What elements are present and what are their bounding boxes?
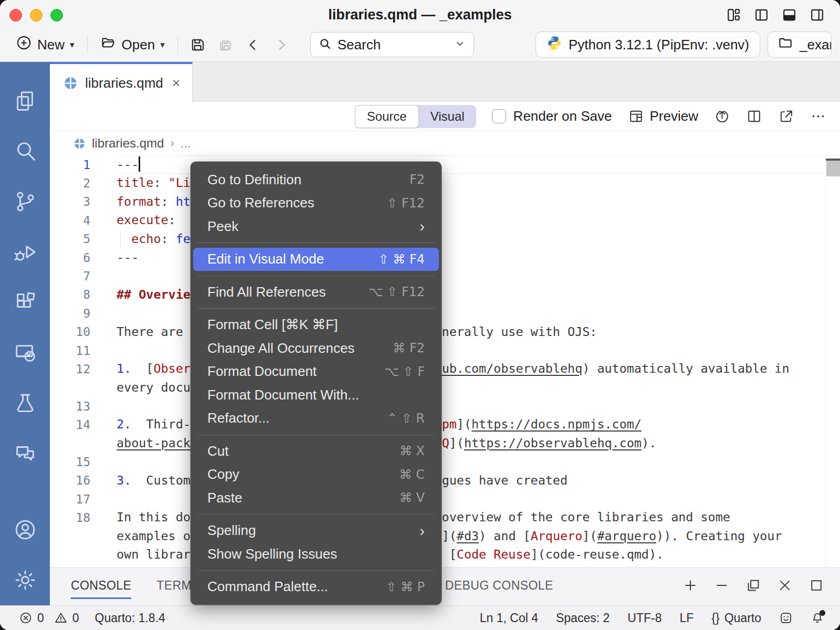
code-text[interactable]: ## Overview bbox=[117, 286, 198, 304]
menu-item-refactor[interactable]: Refactor...⌃ ⇧ R bbox=[193, 407, 439, 430]
submenu-chevron-icon: › bbox=[419, 523, 425, 539]
menu-item-go-to-definition[interactable]: Go to DefinitionF2 bbox=[193, 168, 439, 192]
customize-layout-icon[interactable] bbox=[726, 7, 742, 23]
menu-item-label: Spelling bbox=[207, 522, 419, 539]
menu-separator bbox=[198, 514, 434, 514]
menu-item-change-all-occurrences[interactable]: Change All Occurrences⌘ F2 bbox=[193, 337, 439, 360]
sidebar-item-source-control[interactable] bbox=[0, 176, 50, 227]
eol-status[interactable]: LF bbox=[679, 611, 694, 625]
menu-item-spelling[interactable]: Spelling› bbox=[193, 519, 439, 543]
notification-dot bbox=[820, 610, 825, 616]
feedback-smiley-icon[interactable] bbox=[779, 611, 793, 625]
new-label: New bbox=[37, 37, 65, 53]
panel-restore-icon[interactable] bbox=[746, 578, 761, 595]
open-in-new-window-icon[interactable] bbox=[778, 108, 794, 124]
navigate-back-button[interactable] bbox=[243, 35, 264, 55]
chat-icon bbox=[13, 442, 37, 466]
editor-scrollbar[interactable] bbox=[825, 155, 840, 567]
source-mode-button[interactable]: Source bbox=[355, 105, 419, 128]
code-text[interactable]: execute: bbox=[117, 211, 176, 229]
code-line: 11 bbox=[50, 341, 840, 360]
line-number: 10 bbox=[50, 325, 90, 339]
interpreter-selector[interactable]: Python 3.12.1 (PipEnv: .venv) bbox=[536, 32, 760, 58]
toolbar-divider bbox=[177, 36, 178, 54]
visual-mode-button[interactable]: Visual bbox=[419, 105, 476, 128]
breadcrumb-file[interactable]: libraries.qmd bbox=[92, 136, 164, 151]
render-on-save-checkbox[interactable] bbox=[492, 109, 506, 123]
source-control-icon bbox=[13, 190, 37, 214]
menu-shortcut: ⌘ X bbox=[400, 444, 425, 458]
text-cursor bbox=[139, 156, 140, 172]
code-line: examples of using third-party libraries … bbox=[50, 527, 840, 545]
activity-bar bbox=[0, 62, 50, 605]
menu-item-go-to-references[interactable]: Go to References⇧ F12 bbox=[193, 192, 439, 215]
panel-plus-icon[interactable] bbox=[682, 578, 698, 595]
menu-item-label: Show Spelling Issues bbox=[207, 546, 425, 562]
menu-item-format-cell-k-f[interactable]: Format Cell [⌘K ⌘F] bbox=[193, 313, 439, 337]
panel-tab-console[interactable]: CONSOLE bbox=[71, 579, 131, 594]
breadcrumb-more[interactable]: ... bbox=[181, 136, 191, 151]
preview-button[interactable]: Preview bbox=[628, 108, 698, 124]
code-line: 4execute: bbox=[50, 211, 840, 229]
sidebar-item-extensions[interactable] bbox=[0, 277, 50, 328]
sidebar-item-run-debug[interactable] bbox=[0, 227, 50, 277]
sidebar-item-testing[interactable] bbox=[0, 378, 50, 428]
encoding-status[interactable]: UTF-8 bbox=[627, 611, 662, 625]
scrollbar-thumb[interactable] bbox=[826, 161, 840, 176]
notifications-bell-icon[interactable] bbox=[811, 611, 824, 625]
cursor-position-status[interactable]: Ln 1, Col 4 bbox=[480, 611, 538, 625]
menu-item-command-palette[interactable]: Command Palette...⇧ ⌘ P bbox=[193, 575, 439, 599]
menu-item-edit-in-visual-mode[interactable]: Edit in Visual Mode⇧ ⌘ F4 bbox=[193, 248, 439, 271]
search-input[interactable]: Search bbox=[310, 32, 474, 57]
language-mode-status[interactable]: {}Quarto bbox=[711, 611, 761, 625]
menu-item-copy[interactable]: Copy⌘ C bbox=[193, 463, 439, 487]
sidebar-item-account[interactable] bbox=[0, 505, 50, 555]
more-actions-icon[interactable] bbox=[810, 108, 826, 124]
sidebar-item-sessions[interactable] bbox=[0, 328, 50, 378]
close-tab-icon[interactable] bbox=[171, 77, 182, 89]
menu-item-format-document[interactable]: Format Document⌥ ⇧ F bbox=[193, 360, 439, 384]
code-text[interactable]: --- bbox=[117, 155, 140, 174]
submenu-chevron-icon: › bbox=[419, 218, 425, 234]
panel-close-icon[interactable] bbox=[777, 578, 793, 595]
extensions-icon bbox=[13, 290, 37, 314]
quarto-version-status[interactable]: Quarto: 1.8.4 bbox=[95, 611, 165, 625]
toggle-bottom-panel-icon[interactable] bbox=[781, 7, 797, 23]
code-line: 17 bbox=[50, 490, 840, 508]
project-selector[interactable]: _examples bbox=[768, 32, 832, 58]
split-editor-icon[interactable] bbox=[746, 108, 762, 124]
menu-shortcut: ⌥ ⇧ F12 bbox=[369, 285, 425, 299]
sidebar-item-explorer[interactable] bbox=[0, 76, 50, 126]
testing-icon bbox=[13, 391, 37, 415]
menu-item-cut[interactable]: Cut⌘ X bbox=[193, 439, 439, 463]
open-button[interactable]: Open ▾ bbox=[97, 33, 168, 57]
menu-item-find-all-references[interactable]: Find All References⌥ ⇧ F12 bbox=[193, 280, 439, 304]
menu-item-show-spelling-issues[interactable]: Show Spelling Issues bbox=[193, 542, 439, 566]
menu-item-peek[interactable]: Peek› bbox=[193, 215, 439, 238]
menu-item-paste[interactable]: Paste⌘ V bbox=[193, 486, 439, 510]
save-all-button[interactable] bbox=[215, 35, 236, 55]
render-publish-icon[interactable] bbox=[714, 108, 730, 124]
panel-maximize-icon[interactable] bbox=[808, 578, 824, 595]
search-placeholder: Search bbox=[338, 37, 381, 53]
menu-item-label: Edit in Visual Mode bbox=[207, 251, 379, 267]
toggle-left-panel-icon[interactable] bbox=[753, 7, 770, 23]
chevron-down-icon: ▾ bbox=[70, 39, 75, 50]
panel-minus-icon[interactable] bbox=[714, 578, 730, 595]
save-button[interactable] bbox=[187, 35, 208, 55]
code-line: about-packages-and-modules) and [Observa… bbox=[50, 434, 840, 453]
menu-item-format-document-with[interactable]: Format Document With... bbox=[193, 383, 439, 407]
toggle-right-panel-icon[interactable] bbox=[809, 7, 825, 23]
code-editor[interactable]: 1---2title: "Libraries"3format: html4exe… bbox=[50, 155, 840, 567]
new-button[interactable]: New ▾ bbox=[13, 33, 78, 57]
indentation-status[interactable]: Spaces: 2 bbox=[556, 611, 610, 625]
sidebar-item-settings[interactable] bbox=[0, 555, 50, 605]
code-text[interactable]: --- bbox=[117, 248, 139, 267]
tab-libraries-qmd[interactable]: libraries.qmd bbox=[50, 62, 193, 102]
sidebar-item-search[interactable] bbox=[0, 126, 50, 176]
problems-status[interactable]: 00 bbox=[19, 611, 79, 625]
chevron-right-icon bbox=[273, 37, 289, 53]
panel-tab-debug-console[interactable]: DEBUG CONSOLE bbox=[445, 579, 553, 594]
sidebar-item-chat[interactable] bbox=[0, 428, 50, 479]
navigate-forward-button[interactable] bbox=[271, 35, 291, 55]
